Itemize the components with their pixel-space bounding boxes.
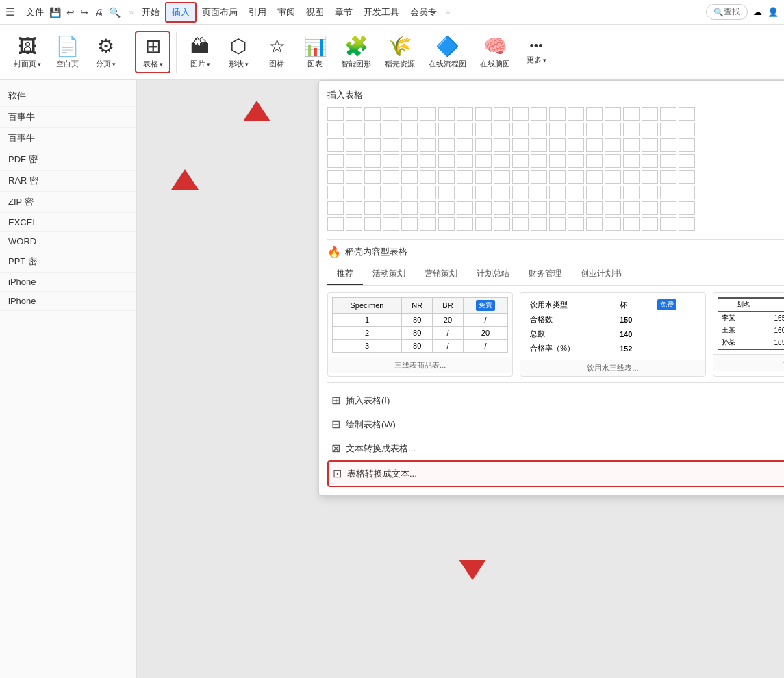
grid-cell[interactable] bbox=[457, 123, 473, 136]
grid-cell[interactable] bbox=[549, 138, 566, 152]
grid-cell[interactable] bbox=[438, 186, 455, 199]
grid-cell[interactable] bbox=[568, 217, 584, 231]
grid-cell[interactable] bbox=[383, 138, 399, 152]
grid-cell[interactable] bbox=[549, 123, 566, 136]
grid-cell[interactable] bbox=[327, 170, 344, 184]
grid-cell[interactable] bbox=[364, 217, 381, 231]
grid-cell[interactable] bbox=[679, 217, 695, 231]
grid-cell[interactable] bbox=[623, 170, 640, 184]
grid-cell[interactable] bbox=[623, 138, 640, 152]
search2-icon[interactable]: 🔍 bbox=[109, 7, 121, 18]
grid-cell[interactable] bbox=[623, 154, 640, 168]
grid-cell[interactable] bbox=[420, 107, 436, 121]
grid-cell[interactable] bbox=[346, 201, 362, 215]
grid-cell[interactable] bbox=[568, 138, 584, 152]
redo-icon[interactable]: ↪ bbox=[80, 7, 88, 18]
ribbon-picture[interactable]: 🏔 图片▾ bbox=[182, 32, 218, 72]
menu-member[interactable]: 会员专 bbox=[405, 3, 442, 21]
undo-icon[interactable]: ↩ bbox=[66, 7, 75, 18]
grid-cell[interactable] bbox=[679, 138, 695, 152]
menu-draw-table[interactable]: ⊟ 绘制表格(W) bbox=[327, 412, 784, 436]
grid-cell[interactable] bbox=[531, 170, 547, 184]
grid-cell[interactable] bbox=[605, 154, 621, 168]
menu-reference[interactable]: 引用 bbox=[243, 3, 272, 21]
menu-review[interactable]: 审阅 bbox=[272, 3, 301, 21]
grid-cell[interactable] bbox=[420, 154, 436, 168]
grid-cell[interactable] bbox=[494, 123, 510, 136]
menu-file[interactable]: 文件 bbox=[21, 3, 49, 21]
grid-cell[interactable] bbox=[475, 201, 492, 215]
grid-cell[interactable] bbox=[327, 154, 344, 168]
grid-cell[interactable] bbox=[475, 154, 492, 168]
grid-cell[interactable] bbox=[512, 154, 529, 168]
menu-devtools[interactable]: 开发工具 bbox=[358, 3, 405, 21]
sidebar-item-pdf[interactable]: PDF 密 bbox=[0, 149, 136, 171]
preview-card-2[interactable]: 饮用水类型 杯 免费 合格数 150 bbox=[520, 292, 705, 377]
ribbon-online-flow[interactable]: 🔷 在线流程图 bbox=[423, 32, 472, 72]
sidebar-item-ppt[interactable]: PPT 密 bbox=[0, 251, 136, 273]
grid-cell[interactable] bbox=[383, 154, 399, 168]
grid-cell[interactable] bbox=[383, 201, 399, 215]
grid-cell[interactable] bbox=[512, 123, 529, 136]
grid-cell[interactable] bbox=[568, 186, 584, 199]
sidebar-item-baishiw2[interactable]: 百事牛 bbox=[0, 128, 136, 149]
grid-cell[interactable] bbox=[531, 217, 547, 231]
grid-cell[interactable] bbox=[401, 170, 418, 184]
grid-cell[interactable] bbox=[364, 154, 381, 168]
grid-cell[interactable] bbox=[549, 201, 566, 215]
grid-cell[interactable] bbox=[605, 170, 621, 184]
grid-cell[interactable] bbox=[327, 123, 344, 136]
grid-cell[interactable] bbox=[605, 201, 621, 215]
grid-cell[interactable] bbox=[623, 123, 640, 136]
grid-cell[interactable] bbox=[568, 201, 584, 215]
grid-cell[interactable] bbox=[586, 138, 603, 152]
menu-insert-table[interactable]: ⊞ 插入表格(I) bbox=[327, 388, 784, 412]
grid-cell[interactable] bbox=[642, 123, 658, 136]
grid-cell[interactable] bbox=[364, 123, 381, 136]
grid-cell[interactable] bbox=[531, 123, 547, 136]
grid-cell[interactable] bbox=[568, 107, 584, 121]
menu-start[interactable]: 开始 bbox=[136, 3, 165, 21]
grid-cell[interactable] bbox=[605, 107, 621, 121]
grid-cell[interactable] bbox=[586, 201, 603, 215]
grid-cell[interactable] bbox=[364, 170, 381, 184]
grid-cell[interactable] bbox=[383, 186, 399, 199]
grid-cell[interactable] bbox=[642, 154, 658, 168]
ribbon-table[interactable]: ⊞ 表格▾ bbox=[135, 31, 170, 73]
grid-cell[interactable] bbox=[327, 217, 344, 231]
grid-cell[interactable] bbox=[457, 170, 473, 184]
grid-cell[interactable] bbox=[679, 107, 695, 121]
grid-cell[interactable] bbox=[346, 217, 362, 231]
grid-cell[interactable] bbox=[327, 138, 344, 152]
grid-cell[interactable] bbox=[438, 107, 455, 121]
grid-cell[interactable] bbox=[605, 123, 621, 136]
grid-cell[interactable] bbox=[660, 201, 676, 215]
grid-cell[interactable] bbox=[420, 170, 436, 184]
grid-cell[interactable] bbox=[494, 107, 510, 121]
grid-cell[interactable] bbox=[660, 123, 676, 136]
tab-finance[interactable]: 财务管理 bbox=[519, 264, 571, 285]
grid-cell[interactable] bbox=[364, 107, 381, 121]
ribbon-page-break[interactable]: ⚙ 分页▾ bbox=[88, 32, 123, 72]
grid-cell[interactable] bbox=[512, 186, 529, 199]
grid-cell[interactable] bbox=[401, 123, 418, 136]
grid-cell[interactable] bbox=[586, 107, 603, 121]
grid-cell[interactable] bbox=[364, 186, 381, 199]
grid-cell[interactable] bbox=[642, 186, 658, 199]
grid-cell[interactable] bbox=[623, 186, 640, 199]
grid-cell[interactable] bbox=[549, 154, 566, 168]
grid-cell[interactable] bbox=[346, 170, 362, 184]
grid-cell[interactable] bbox=[586, 170, 603, 184]
grid-cell[interactable] bbox=[549, 107, 566, 121]
grid-cell[interactable] bbox=[327, 201, 344, 215]
grid-cell[interactable] bbox=[679, 170, 695, 184]
grid-cell[interactable] bbox=[346, 123, 362, 136]
cloud-icon[interactable]: ☁ bbox=[753, 7, 762, 17]
sidebar-item-iphone2[interactable]: iPhone bbox=[0, 292, 136, 311]
grid-cell[interactable] bbox=[642, 201, 658, 215]
grid-cell[interactable] bbox=[438, 123, 455, 136]
grid-cell[interactable] bbox=[457, 107, 473, 121]
sidebar-item-excel[interactable]: EXCEL bbox=[0, 213, 136, 232]
grid-cell[interactable] bbox=[438, 201, 455, 215]
grid-cell[interactable] bbox=[642, 217, 658, 231]
